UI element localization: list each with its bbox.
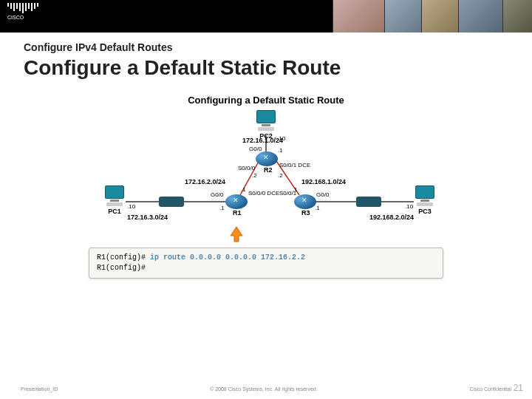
- r2-g00: G0/0: [249, 146, 262, 152]
- r2-s001: S0/0/1 DCE: [279, 162, 310, 168]
- r1-s000-ip: .1: [241, 186, 246, 193]
- switch-right: [356, 197, 381, 207]
- terminal-command: ip route 0.0.0.0 0.0.0.0 172.16.2.2: [150, 253, 305, 262]
- router-r1: [225, 194, 248, 209]
- switch-left: [159, 197, 184, 207]
- pc2: PC2: [253, 110, 279, 140]
- banner-photos: [332, 0, 532, 33]
- monitor-icon: [256, 110, 276, 123]
- footer-center: © 2008 Cisco Systems, Inc. All rights re…: [210, 386, 318, 392]
- pc3: PC3: [412, 185, 437, 215]
- r1-g00: G0/0: [211, 191, 223, 198]
- subnet-r2r3: 192.168.1.0/24: [301, 178, 346, 185]
- footer-left: Presentation_ID: [21, 386, 58, 392]
- pc3-label: PC3: [412, 208, 437, 215]
- r2-g00-ip: .1: [278, 147, 283, 154]
- highlight-arrow-icon: [228, 225, 245, 243]
- subnet-r1r2: 172.16.2.0/24: [185, 178, 225, 185]
- diagram: Configuring a Default Static Route PC2 1…: [89, 95, 443, 287]
- r3-s001-ip: .1: [293, 186, 298, 193]
- r1-s000: S0/0/0 DCE: [248, 190, 279, 197]
- slide-title: Configure a Default Static Route: [0, 53, 532, 80]
- banner: CISCO: [0, 0, 532, 33]
- r3-g00-ip: .1: [315, 205, 320, 211]
- router-r2: [256, 151, 278, 166]
- r2-s000-ip: .2: [252, 172, 257, 179]
- footer: Presentation_ID © 2008 Cisco Systems, In…: [0, 386, 532, 392]
- pc1: PC1: [102, 185, 127, 215]
- terminal-line-1: R1(config)# ip route 0.0.0.0 0.0.0.0 172…: [97, 253, 435, 263]
- topology: PC2 172.16.1.0/24 .10 R2 G0/0 .1 S0/0/0 …: [89, 110, 443, 243]
- page-number: 21: [514, 383, 523, 393]
- r2-s000: S0/0/0: [238, 165, 255, 171]
- r2-s001-ip: .2: [278, 172, 283, 179]
- pc2-ip: .10: [277, 135, 285, 142]
- r3-label: R3: [301, 209, 310, 216]
- pc1-label: PC1: [102, 208, 127, 215]
- footer-right: Cisco Confidential: [470, 386, 511, 392]
- r1-g00-ip: .1: [219, 205, 225, 211]
- router-r3: [294, 194, 316, 209]
- r3-g00: G0/0: [316, 191, 329, 198]
- cisco-logo: CISCO: [7, 3, 38, 20]
- terminal-line-2: R1(config)#: [97, 263, 435, 273]
- diagram-title: Configuring a Default Static Route: [89, 95, 443, 106]
- logo-text: CISCO: [7, 15, 38, 20]
- slide-eyebrow: Configure IPv4 Default Routes: [0, 33, 532, 53]
- r2-label: R2: [264, 166, 273, 174]
- monitor-icon: [105, 185, 124, 199]
- subnet-pc3: 192.168.2.0/24: [369, 214, 414, 221]
- subnet-pc1: 172.16.3.0/24: [127, 214, 168, 221]
- logo-bars-icon: [7, 3, 38, 13]
- terminal-box: R1(config)# ip route 0.0.0.0 0.0.0.0 172…: [89, 248, 443, 279]
- pc1-ip: .10: [127, 203, 135, 210]
- pc3-ip: .10: [405, 203, 413, 210]
- monitor-icon: [415, 185, 434, 199]
- r1-label: R1: [233, 209, 242, 216]
